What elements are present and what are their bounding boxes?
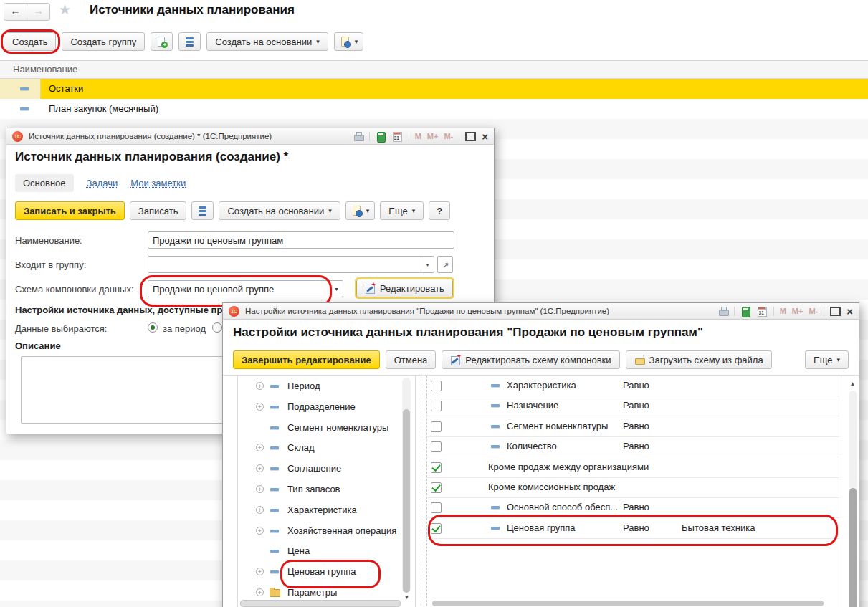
dialog-data-source-settings: 1С Настройки источника данных планирован… <box>222 302 859 607</box>
settings-section-label: Настройки источника данных, доступные пр… <box>15 305 228 315</box>
condition-row[interactable]: Ценовая группаРавноБытовая техника <box>426 518 839 539</box>
conditions-hscrollbar[interactable] <box>432 601 824 606</box>
memory-m: M <box>415 132 421 140</box>
create-based-on-button[interactable]: Создать на основании ▾ <box>206 32 328 51</box>
create-button[interactable]: Создать <box>4 32 56 51</box>
condition-checkbox[interactable] <box>431 421 442 432</box>
create-group-button[interactable]: Создать группу <box>62 32 145 51</box>
report-menu-button[interactable]: ▾ <box>345 201 376 220</box>
titlebar-icons: 31 M M+ M- × <box>353 131 488 142</box>
data-list-button[interactable] <box>178 32 201 51</box>
calculator-icon[interactable] <box>376 131 386 142</box>
condition-checkbox[interactable] <box>431 401 442 411</box>
tab-my-notes[interactable]: Мои заметки <box>130 178 186 188</box>
report-icon <box>351 206 362 216</box>
name-input[interactable] <box>148 232 454 248</box>
condition-item-icon <box>491 506 500 509</box>
condition-item-icon <box>491 404 500 407</box>
maximize-button[interactable] <box>465 132 476 141</box>
dialog1-heading: Источник данных планирования (создание) … <box>15 150 288 164</box>
tab-main[interactable]: Основное <box>15 174 74 192</box>
favorite-star-icon[interactable]: ★ <box>59 1 71 18</box>
list-row[interactable]: План закупок (месячный) <box>0 99 868 120</box>
condition-row[interactable]: Сегмент номенклатурыРавно <box>426 416 839 437</box>
list-item-icon <box>20 107 29 110</box>
list-item-icon <box>20 87 29 90</box>
condition-checkbox[interactable] <box>431 482 442 493</box>
condition-row[interactable]: ХарактеристикаРавно <box>426 376 839 396</box>
group-field: ▾ <box>148 256 434 273</box>
close-button[interactable]: × <box>482 131 488 142</box>
memory-m-minus: M- <box>444 132 453 140</box>
create-button-label: Создать <box>12 37 47 47</box>
condition-row[interactable]: Кроме комиссионных продаж <box>426 477 839 498</box>
condition-item-icon <box>491 527 500 530</box>
chevron-down-icon: ▾ <box>366 207 370 214</box>
save-and-close-button[interactable]: Записать и закрыть <box>15 201 125 220</box>
forward-button[interactable]: → <box>27 3 50 21</box>
condition-row[interactable]: Кроме продаж между организациями <box>426 457 839 478</box>
memory-m-plus: M+ <box>427 132 439 140</box>
condition-operator: Равно <box>623 400 649 411</box>
magic-wand-icon <box>365 283 376 294</box>
condition-label: Ценовая группа <box>507 522 576 533</box>
condition-checkbox[interactable] <box>431 523 442 534</box>
edit-schema-button[interactable]: Редактировать <box>356 279 453 297</box>
back-button[interactable]: ← <box>4 3 27 21</box>
scroll-up-icon[interactable]: ▲ <box>848 381 857 387</box>
save-button[interactable]: Записать <box>130 201 187 220</box>
1c-logo-icon: 1С <box>12 131 23 142</box>
data-list-button[interactable] <box>191 201 214 220</box>
column-header-name[interactable]: Наименование <box>0 60 868 79</box>
name-field <box>148 231 454 249</box>
calendar-icon[interactable]: 31 <box>392 131 403 142</box>
list-row[interactable]: Остатки <box>0 79 868 99</box>
create-based-on-button[interactable]: Создать на основании ▾ <box>219 201 340 220</box>
tab-tasks[interactable]: Задачи <box>87 178 118 188</box>
report-menu-button[interactable]: ▾ <box>334 32 364 51</box>
condition-checkbox[interactable] <box>431 441 442 452</box>
report-icon <box>340 37 350 47</box>
schema-input[interactable] <box>148 281 330 297</box>
condition-operator: Равно <box>623 421 649 431</box>
dialog1-tabs: Основное Задачи Мои заметки <box>15 174 186 192</box>
schema-field: ▾ <box>148 280 343 297</box>
nav-buttons: ← → <box>4 3 50 21</box>
data-stack-icon <box>184 37 195 47</box>
group-input[interactable] <box>148 257 421 272</box>
condition-checkbox[interactable] <box>431 462 442 473</box>
print-icon[interactable] <box>353 131 363 142</box>
condition-row[interactable]: НазначениеРавно <box>426 396 839 416</box>
condition-value: Бытовая техника <box>682 522 755 533</box>
radio-second-option[interactable] <box>212 322 222 333</box>
more-button[interactable]: Еще ▾ <box>380 201 424 220</box>
schema-dropdown-button[interactable]: ▾ <box>330 281 343 297</box>
conditions-scrollbar[interactable] <box>849 391 857 607</box>
radio-for-period[interactable] <box>148 322 158 333</box>
group-open-button[interactable]: ↗ <box>437 256 453 273</box>
condition-item-icon <box>491 445 500 448</box>
chevron-down-icon: ▾ <box>328 207 332 214</box>
condition-label: Основной способ обесп... <box>507 502 618 512</box>
schema-field-label: Схема компоновки данных: <box>15 284 134 295</box>
condition-operator: Равно <box>623 502 649 512</box>
group-dropdown-button[interactable]: ▾ <box>421 257 434 272</box>
condition-row[interactable]: КоличествоРавно <box>426 436 839 457</box>
name-field-label: Наименование: <box>15 235 82 246</box>
add-document-icon <box>156 37 167 47</box>
help-button[interactable]: ? <box>429 201 450 220</box>
radio-for-period-label: за период <box>163 323 206 334</box>
chevron-down-icon: ▾ <box>316 38 320 45</box>
condition-label: Сегмент номенклатуры <box>507 421 608 431</box>
data-stack-icon <box>197 206 208 216</box>
add-document-button[interactable] <box>151 32 173 51</box>
chevron-down-icon: ▾ <box>412 207 416 214</box>
condition-checkbox[interactable] <box>431 381 442 391</box>
dialog1-toolbar: Записать и закрыть Записать Создать на о… <box>15 201 485 220</box>
list-toolbar: Создать Создать группу Создать на основа… <box>4 32 363 51</box>
condition-checkbox[interactable] <box>431 502 442 513</box>
tree-hscrollbar[interactable] <box>240 600 401 607</box>
condition-item-icon <box>491 425 500 428</box>
dialog1-titlebar[interactable]: 1С Источник данных планирования (создани… <box>6 128 494 145</box>
condition-row[interactable]: Основной способ обесп...Равно <box>426 497 839 518</box>
